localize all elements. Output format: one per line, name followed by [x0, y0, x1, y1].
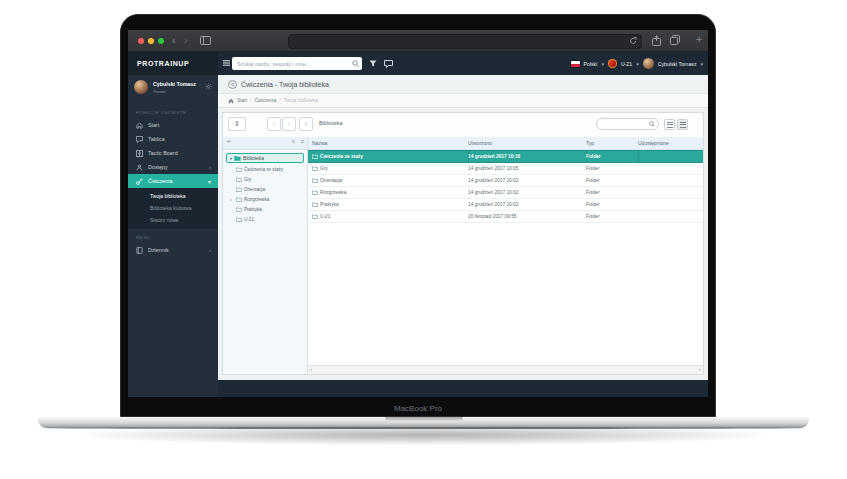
tree-filter-icon[interactable]: ≡ — [301, 138, 304, 144]
nav-up-button[interactable]: ↑ — [299, 117, 313, 131]
collapse-circle-icon[interactable] — [228, 80, 237, 89]
breadcrumb-cwiczenia[interactable]: Ćwiczenia — [254, 98, 276, 103]
horizontal-scrollbar[interactable]: ‹ › — [308, 365, 703, 374]
new-tab-icon[interactable]: + — [696, 32, 702, 47]
sidebar-item-label: Start — [148, 122, 159, 128]
tree-root-label: Biblioteka — [243, 156, 264, 161]
macbook-notch — [385, 417, 463, 422]
scroll-right-icon[interactable]: › — [699, 366, 701, 372]
address-bar[interactable] — [288, 34, 642, 49]
table-row[interactable]: Ćwiczenia ze staży 14 grudzień 2017 10:1… — [308, 150, 703, 163]
user-menu[interactable]: Cybulski Tomasz — [658, 61, 697, 67]
detail-view-button[interactable] — [677, 119, 688, 130]
file-type: Folder — [586, 202, 638, 207]
page-header: Ćwiczenia - Twoja biblioteka — [218, 75, 708, 93]
traffic-minimize-button[interactable] — [148, 38, 154, 44]
menu-toggle-icon[interactable] — [223, 60, 230, 66]
tree-item[interactable]: Praktyka — [223, 204, 307, 214]
breadcrumb-separator: / — [279, 98, 280, 103]
list-view-icon — [667, 122, 673, 128]
file-name: Orientacja — [320, 178, 342, 183]
submenu-item-twoja-biblioteka[interactable]: Twoja biblioteka — [128, 190, 218, 202]
browser-back-icon[interactable]: ‹ — [172, 33, 176, 48]
breadcrumb-separator: / — [250, 98, 251, 103]
tree-item[interactable]: › Rozgrzewka — [223, 194, 307, 204]
table-row[interactable]: Rozgrzewka 14 grudzień 2017 10:02 Folder — [308, 187, 703, 199]
sidebar-item-label: Tactic Board — [148, 150, 178, 156]
sidebar-item-tactic-board[interactable]: Tactic Board — [128, 146, 218, 160]
tree-expander-icon[interactable]: › — [230, 197, 234, 202]
column-header-created[interactable]: Utworzono — [468, 140, 586, 146]
reload-icon[interactable] — [629, 37, 637, 45]
sidebar-item-label: Tablica — [148, 136, 165, 142]
file-name: Ćwiczenia ze staży — [320, 154, 363, 159]
profile-avatar — [134, 80, 148, 94]
folder-icon — [236, 217, 242, 222]
sidebar-item-dostepy[interactable]: Dostępy › — [128, 160, 218, 174]
folder-icon — [312, 214, 318, 219]
collapse-all-icon[interactable]: ⇤ — [227, 138, 231, 144]
file-name: Gry — [320, 166, 328, 171]
file-created: 20 listopad 2017 09:55 — [468, 214, 586, 219]
file-created: 14 grudzień 2017 10:02 — [468, 190, 586, 195]
folder-icon — [312, 190, 318, 195]
tree-header: ⇤ ≡ ≡ — [223, 137, 307, 150]
submenu-item-stworz-nowe[interactable]: Stwórz nowe — [128, 214, 218, 226]
macbook-screen: ‹ › + PROTRAIN — [128, 30, 708, 397]
file-created: 14 grudzień 2017 10:10 — [468, 151, 586, 162]
sidebar-item-cwiczenia[interactable]: Ćwiczenia ▾ — [128, 174, 218, 188]
page-background: ‹ › + PROTRAIN — [0, 0, 847, 479]
detail-view-icon — [680, 122, 686, 128]
expand-tree-button[interactable]: ⇕ — [228, 117, 246, 131]
language-selector[interactable]: Polski — [584, 61, 598, 67]
traffic-close-button[interactable] — [138, 38, 144, 44]
team-selector[interactable]: U-21 — [621, 61, 632, 67]
column-header-type[interactable]: Typ — [586, 140, 638, 146]
file-type: Folder — [586, 190, 638, 195]
filter-icon[interactable] — [369, 60, 377, 67]
tree-item[interactable]: Orientacja — [223, 184, 307, 194]
table-header: Nazwa Utworzono Typ Udostępnione — [308, 137, 703, 150]
browser-forward-icon[interactable]: › — [184, 33, 188, 48]
breadcrumb-start[interactable]: Start — [237, 98, 247, 103]
browser-sidebar-icon[interactable] — [200, 36, 211, 45]
folder-icon — [312, 154, 318, 159]
column-header-shared[interactable]: Udostępnione — [638, 140, 703, 146]
tree-root-biblioteka[interactable]: ▾ Biblioteka — [226, 153, 304, 163]
files-table: Nazwa Utworzono Typ Udostępnione Ćwiczen… — [308, 137, 703, 365]
tree-caret-icon[interactable]: ▾ — [230, 156, 232, 161]
chevron-right-icon: › — [209, 247, 211, 253]
table-row[interactable]: Praktyka 14 grudzień 2017 10:02 Folder — [308, 199, 703, 211]
nav-back-button[interactable]: ‹ — [267, 117, 281, 131]
exercises-icon — [136, 178, 143, 185]
sidebar-item-tablica[interactable]: Tablica — [128, 132, 218, 146]
tree-item[interactable]: U-21 — [223, 214, 307, 224]
list-view-button[interactable] — [664, 119, 675, 130]
traffic-zoom-button[interactable] — [158, 38, 164, 44]
sidebar-item-dziennik[interactable]: Dziennik › — [128, 243, 218, 257]
global-search-input[interactable] — [232, 57, 362, 70]
tabs-icon[interactable] — [670, 35, 680, 45]
table-row[interactable]: Gry 14 grudzień 2017 10:05 Folder — [308, 163, 703, 175]
submenu-item-biblioteka-klubowa[interactable]: Biblioteka klubowa — [128, 202, 218, 214]
macbook-brand-label: MacBook Pro — [121, 404, 715, 413]
gear-icon[interactable] — [205, 83, 212, 90]
folder-icon — [312, 166, 318, 171]
table-row[interactable]: Orientacja 14 grudzień 2017 10:02 Folder — [308, 175, 703, 187]
sidebar-item-start[interactable]: Start — [128, 118, 218, 132]
tactic-board-icon — [136, 150, 143, 157]
caret-down-icon: ▾ — [208, 178, 211, 185]
app-logo[interactable]: PROTRAINUP — [128, 52, 218, 75]
scroll-left-icon[interactable]: ‹ — [310, 366, 312, 372]
tree-sort-icon[interactable]: ≡ — [292, 138, 295, 144]
profile-name: Cybulski Tomasz — [153, 81, 196, 87]
profile-role: Trener — [153, 89, 166, 94]
column-header-name[interactable]: Nazwa — [308, 140, 468, 146]
tree-item[interactable]: Gry — [223, 174, 307, 184]
nav-forward-button[interactable]: › — [282, 117, 296, 131]
share-icon[interactable] — [652, 35, 661, 46]
tree-item[interactable]: Ćwiczenia ze staży — [223, 164, 307, 174]
table-row[interactable]: U-21 20 listopad 2017 09:55 Folder — [308, 211, 703, 223]
search-icon — [649, 121, 655, 127]
chat-icon[interactable] — [384, 60, 393, 68]
